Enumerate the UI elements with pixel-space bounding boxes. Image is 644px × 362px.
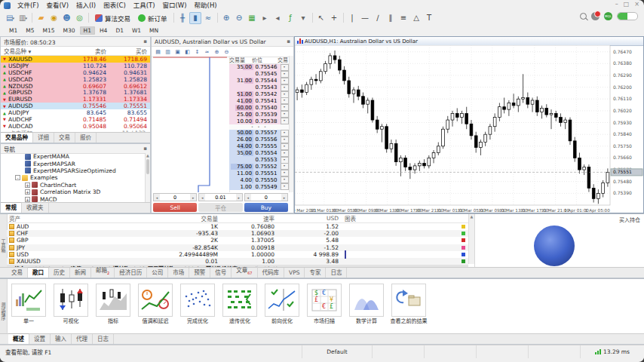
tester-tab[interactable]: 概述 [8, 333, 29, 344]
dom-bid-row[interactable]: 35.000.75554▾ [229, 150, 290, 157]
close-position-button[interactable]: 平仓 [198, 203, 242, 212]
toolbox-tab[interactable]: 预警 [189, 268, 210, 278]
dom-one-click-icon[interactable]: ▣ [173, 48, 182, 56]
dom-bid-row[interactable]: 4.000.75550▾ [229, 176, 290, 183]
dom-ask-row[interactable]: 25.000.75539▾ [229, 111, 290, 118]
search-icon[interactable] [580, 13, 587, 20]
tester-tile-indicators[interactable]: 指标 [94, 284, 132, 324]
col-usd[interactable]: USD [274, 215, 339, 222]
tree-item-expertmapsarsizeoptimized[interactable]: ExpertMAPSARSizeOptimized [1, 167, 146, 174]
toolbox-tab[interactable]: 市场 [168, 268, 189, 278]
candles-icon[interactable]: ▮ [189, 12, 201, 24]
panel-menu-icon[interactable]: ▪ [143, 38, 147, 44]
tester-tile-complete-optimization[interactable]: 完成优化 [179, 284, 216, 324]
dom-order-dropdown[interactable]: ▾ [281, 71, 289, 78]
tree-toggle-icon[interactable]: + [25, 197, 30, 202]
menu-item-1[interactable]: 查看(V) [43, 2, 72, 9]
sell-button[interactable]: Sell [153, 203, 197, 212]
market-watch-row-audusd[interactable]: ▼AUDUSD0.755460.75551 [1, 103, 150, 109]
market-watch-row-audjpy[interactable]: ▲AUDJPY83.64583.655 [1, 109, 150, 116]
toolbox-tab[interactable]: 敞口 [28, 267, 49, 278]
tree-item-correlation-matrix-3d[interactable]: +Correlation Matrix 3D [1, 189, 146, 195]
col-rate[interactable]: 速率 [218, 214, 274, 222]
menu-item-5[interactable]: 窗口(W) [159, 2, 191, 9]
dom-ask-row[interactable]: 10.000.75538▾ [229, 118, 290, 124]
signal-icon[interactable]: ◎ [74, 12, 86, 24]
dom-lock-icon[interactable]: ◧ [183, 48, 192, 56]
dom-spinner-2[interactable]: ◂0▸ [244, 193, 288, 201]
exposure-row-jpy[interactable]: JPY-82.854K0.00918-1.52 [7, 244, 468, 251]
dom-order-dropdown[interactable]: ▾ [281, 157, 289, 164]
exposure-row-usd[interactable]: USD2.49944489M1.000004 998.89 [7, 251, 468, 258]
tester-tile-delays[interactable]: 值调和延迟 [136, 284, 174, 324]
dom-ask-row[interactable]: 0.75543▾ [229, 84, 290, 91]
dom-bid-row[interactable]: 0.75553▾ [229, 157, 290, 164]
dom-order-dropdown[interactable]: ▾ [281, 137, 289, 143]
navigator-scrollbar[interactable]: ▲ [145, 153, 150, 203]
dom-order-dropdown[interactable]: ▾ [281, 111, 289, 118]
channel-icon[interactable]: ∥ [385, 12, 397, 24]
timeframes-icon[interactable]: ▾ [297, 12, 309, 24]
tester-tab[interactable]: 设置 [29, 334, 51, 344]
market-watch-tab[interactable]: 详细 [33, 133, 54, 143]
dom-order-dropdown[interactable]: ▾ [281, 64, 289, 71]
dom-ask-row[interactable]: 31.000.75544▾ [229, 78, 290, 84]
folder-icon[interactable]: ▰ [35, 12, 48, 24]
tester-tile-forward-optimization[interactable]: 前向优化 [263, 284, 301, 324]
connection-status-icon[interactable]: MQL [604, 12, 612, 20]
chart-plot[interactable]: 0.764700.763800.762900.762000.761100.760… [295, 45, 643, 213]
dom-bid-row[interactable]: 44.000.75555▾ [229, 143, 290, 150]
one-click-toggle[interactable] [617, 12, 638, 20]
market-watch-row-usdchf[interactable]: ▲USDCHF0.946240.94631 [1, 69, 150, 76]
tester-tab[interactable]: 日志 [93, 334, 114, 344]
dom-bid-row[interactable]: 11.000.75551▾ [229, 170, 290, 176]
toolbox-tab[interactable]: 经济日历 [115, 268, 147, 278]
toolbox-tab[interactable]: 专家 [305, 268, 326, 278]
tester-tab[interactable]: 代理 [72, 334, 93, 344]
dom-spinner-0[interactable]: ◂0▸ [153, 193, 197, 201]
panel-menu-icon[interactable]: ▪ [287, 38, 290, 44]
toolbox-tab[interactable]: 信号 [210, 268, 232, 278]
menu-item-3[interactable]: 图表(C) [100, 2, 130, 9]
toolbox-tab[interactable]: 新闻 [70, 268, 91, 278]
toolbox-tab[interactable]: 日志 [326, 268, 347, 278]
tester-tile-visualize[interactable]: 可视化 [52, 284, 90, 324]
tree-item-chartinchart[interactable]: +ChartInChart [1, 182, 146, 189]
col-ask[interactable]: 买价 [109, 47, 150, 55]
dom-order-dropdown[interactable]: ▾ [281, 130, 289, 137]
dom-bid-row[interactable]: 75.000.75552▾ [229, 163, 290, 170]
bars-chart-icon[interactable]: ╫ [176, 12, 189, 24]
exposure-row-chf[interactable]: CHF-935.431.06903-2.00 [7, 230, 468, 237]
chart-shift-icon[interactable]: ◂ [271, 12, 284, 24]
dom-zoom-in-icon[interactable]: ⊕ [213, 48, 221, 56]
dom-order-dropdown[interactable]: ▾ [281, 170, 289, 176]
dom-order-dropdown[interactable]: ▾ [281, 84, 289, 91]
spinner-increment-icon[interactable]: ▸ [236, 194, 242, 201]
dom-order-dropdown[interactable]: ▾ [281, 163, 289, 170]
spinner-decrement-icon[interactable]: ◂ [245, 194, 251, 201]
dom-orders-icon[interactable]: ▥ [164, 48, 172, 56]
tester-tile-single[interactable]: 单一 [10, 284, 48, 324]
tree-toggle-icon[interactable]: + [25, 189, 30, 195]
tree-toggle-icon[interactable]: + [25, 183, 30, 188]
market-watch-row-gbpusd[interactable]: ▲GBPUSD1.376781.37681 [1, 89, 150, 96]
dom-bid-row[interactable]: 1.000.75549▾ [229, 183, 290, 190]
col-asset[interactable]: 资产 [7, 214, 116, 222]
trendline-icon[interactable]: ∕ [372, 12, 384, 24]
timeframe-h1[interactable]: H1 [80, 26, 95, 35]
timeframe-m15[interactable]: M15 [39, 26, 59, 35]
dom-order-dropdown[interactable]: ▾ [281, 183, 289, 190]
tree-item-expertmama[interactable]: ExpertMAMA [1, 153, 146, 160]
panel-menu-icon[interactable]: ▪ [143, 146, 147, 152]
dom-order-dropdown[interactable]: ▾ [281, 97, 289, 104]
navigator-tab[interactable]: 收藏夹 [22, 203, 49, 213]
minimize-button[interactable]: – [615, 1, 618, 8]
community-icon[interactable]: ☻ [61, 12, 73, 24]
exposure-row-xauusd[interactable]: XAUUSD0.011.003.48 [7, 258, 468, 265]
col-symbol[interactable]: 交易品种 ▾ [1, 47, 69, 55]
tree-item-examples[interactable]: -Examples [1, 174, 146, 181]
menu-item-0[interactable]: 文件(F) [14, 2, 43, 9]
menu-item-4[interactable]: 工具(T) [130, 2, 159, 9]
tester-tile-math-calculations[interactable]: 数学计算 [348, 284, 385, 324]
indicators-icon[interactable]: ƒ [284, 12, 296, 24]
